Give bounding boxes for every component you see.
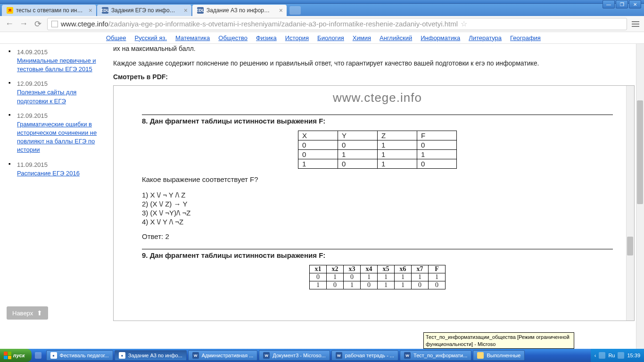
subject-link[interactable]: Английский	[380, 34, 412, 41]
back-button[interactable]: ←	[5, 19, 14, 29]
language-indicator[interactable]: Ru	[608, 353, 615, 358]
arrow-up-icon: ⬆	[37, 309, 42, 317]
tray-icon[interactable]	[618, 352, 624, 359]
sidebar-date: 12.09.2015	[17, 112, 98, 119]
subject-link[interactable]: Математика	[175, 34, 210, 41]
word-icon: W	[192, 352, 199, 359]
page-scroll-thumb[interactable]	[637, 100, 643, 204]
url-bar[interactable]: www.ctege.info/zadaniya-ege-po-informati…	[47, 18, 627, 30]
subject-link[interactable]: Биология	[317, 34, 344, 41]
tab-title: Задания ЕГЭ по информат	[111, 7, 178, 14]
tab-close-icon[interactable]: ×	[184, 7, 188, 14]
chrome-icon: ●	[50, 352, 57, 359]
sidebar-item: 12.09.2015 Полезные сайты для подготовки…	[8, 80, 98, 105]
subject-link[interactable]: Литература	[469, 34, 502, 41]
chrome-icon: ●	[119, 352, 125, 359]
divider	[142, 249, 613, 249]
favicon-icon: EDU	[197, 7, 204, 14]
new-tab-button[interactable]	[289, 6, 301, 15]
sidebar: 14.09.2015 Минимальные первичные и тесто…	[0, 44, 104, 350]
system-tray[interactable]: ‹ Ru 15:39	[591, 349, 644, 362]
reload-button[interactable]: ⟳	[33, 19, 42, 29]
back-to-top-button[interactable]: Наверх ⬆	[7, 306, 48, 320]
task9-title: 9. Дан фрагмент таблицы истинности выраж…	[142, 251, 613, 259]
tab-close-icon[interactable]: ×	[89, 7, 92, 14]
sidebar-link[interactable]: Грамматические ошибки в историческом соч…	[17, 121, 97, 154]
back-to-top-label: Наверх	[12, 310, 33, 317]
intro-tail: их на максимальный балл.	[113, 44, 635, 54]
window-controls: — ❐ ✕	[603, 0, 641, 8]
tab-close-icon[interactable]: ×	[279, 7, 283, 14]
pdf-page: www.ctege.info 8. Дан фрагмент таблицы и…	[114, 86, 634, 294]
bookmark-star-icon[interactable]: ☆	[461, 19, 467, 28]
sidebar-item: 12.09.2015 Грамматические ошибки в истор…	[8, 112, 98, 155]
chrome-menu-icon[interactable]	[632, 21, 639, 27]
taskbar-tooltip: Тест_по_информатизации_общества [Режим о…	[423, 332, 574, 349]
tray-chevron-icon[interactable]: ‹	[594, 353, 596, 358]
sidebar-date: 12.09.2015	[17, 80, 98, 87]
subject-nav: Общее Русский яз. Математика Общество Фи…	[0, 32, 644, 44]
task8-options: 1) X \/ ¬ Y /\ Z 2) (X \/ Z) → Y 3) (X \…	[142, 191, 613, 226]
subject-link[interactable]: Русский яз.	[135, 34, 167, 41]
tray-icon[interactable]	[599, 352, 605, 359]
page-icon	[51, 21, 58, 27]
word-icon: W	[263, 352, 270, 359]
quick-launch[interactable]	[32, 349, 45, 362]
tab-title: тесты с ответами по инфор	[16, 7, 83, 14]
taskbar-item[interactable]: ●Фестиваль педагог...	[46, 350, 113, 361]
forward-button[interactable]: →	[19, 19, 28, 29]
divider	[142, 115, 613, 115]
clock[interactable]: 15:39	[627, 353, 640, 358]
taskbar-item[interactable]: WДокумент3 - Microso...	[259, 350, 330, 361]
folder-icon	[477, 352, 484, 359]
pdf-label: Смотреть в PDF:	[113, 73, 635, 81]
start-button[interactable]: пуск	[0, 349, 32, 362]
sidebar-link[interactable]: Расписание ЕГЭ 2016	[17, 170, 80, 177]
pdf-scroll-thumb[interactable]	[627, 237, 633, 255]
browser-tabs: Я тесты с ответами по инфор × EDU Задани…	[0, 4, 644, 16]
sidebar-item: 11.09.2015 Расписание ЕГЭ 2016	[8, 161, 98, 178]
main-content: их на максимальный балл. Каждое задание …	[104, 44, 644, 350]
taskbar-item[interactable]: Wрабочая тетрадь - ...	[331, 350, 398, 361]
task8-answer: Ответ: 2	[142, 232, 613, 240]
windows-logo-icon	[4, 352, 11, 359]
browser-tab-1[interactable]: EDU Задания ЕГЭ по информат ×	[97, 5, 191, 16]
sidebar-date: 11.09.2015	[17, 161, 98, 168]
pdf-viewer[interactable]: www.ctege.info 8. Дан фрагмент таблицы и…	[113, 85, 635, 321]
sidebar-link[interactable]: Минимальные первичные и тестовые баллы Е…	[17, 57, 96, 73]
subject-link[interactable]: История	[285, 34, 309, 41]
taskbar-item[interactable]: WТест_по_информати...	[400, 350, 471, 361]
browser-toolbar: ← → ⟳ www.ctege.info/zadaniya-ege-po-inf…	[0, 16, 644, 32]
pdf-brand: www.ctege.info	[142, 90, 613, 105]
taskbar-item[interactable]: Выполненные	[473, 350, 525, 361]
page-scrollbar[interactable]	[636, 44, 644, 350]
window-titlebar	[0, 0, 644, 4]
pdf-scrollbar[interactable]	[626, 86, 634, 321]
browser-tab-2[interactable]: EDU Задание А3 по информатик ×	[192, 5, 287, 16]
taskbar-item[interactable]: ●Задание А3 по инфо...	[115, 350, 187, 361]
favicon-icon: Я	[7, 7, 13, 14]
favicon-icon: EDU	[102, 7, 108, 14]
subject-link[interactable]: Общее	[106, 34, 126, 41]
browser-tab-0[interactable]: Я тесты с ответами по инфор ×	[2, 5, 96, 16]
tab-title: Задание А3 по информатик	[206, 7, 273, 14]
task8-title: 8. Дан фрагмент таблицы истинности выраж…	[142, 117, 613, 125]
intro-text: Каждое задание содержит пояснение по реш…	[113, 58, 635, 68]
word-icon: W	[404, 352, 411, 359]
taskbar: пуск ●Фестиваль педагог... ●Задание А3 п…	[0, 349, 644, 362]
subject-link[interactable]: Информатика	[421, 34, 460, 41]
task8-question: Какое выражение соответствует F?	[142, 175, 613, 183]
minimize-button[interactable]: —	[603, 0, 615, 8]
task8-table: XYZF 0010 0111 1010	[298, 131, 457, 169]
taskbar-item[interactable]: WАдминистративная ...	[188, 350, 258, 361]
close-button[interactable]: ✕	[629, 0, 641, 8]
sidebar-item: 14.09.2015 Минимальные первичные и тесто…	[8, 49, 98, 74]
subject-link[interactable]: Физика	[256, 34, 277, 41]
url-text: www.ctege.info/zadaniya-ege-po-informati…	[61, 20, 458, 28]
subject-link[interactable]: Общество	[218, 34, 248, 41]
subject-link[interactable]: География	[510, 34, 541, 41]
subject-link[interactable]: Химия	[353, 34, 371, 41]
sidebar-link[interactable]: Полезные сайты для подготовки к ЕГЭ	[17, 89, 76, 104]
maximize-button[interactable]: ❐	[616, 0, 628, 8]
sidebar-date: 14.09.2015	[17, 49, 98, 56]
